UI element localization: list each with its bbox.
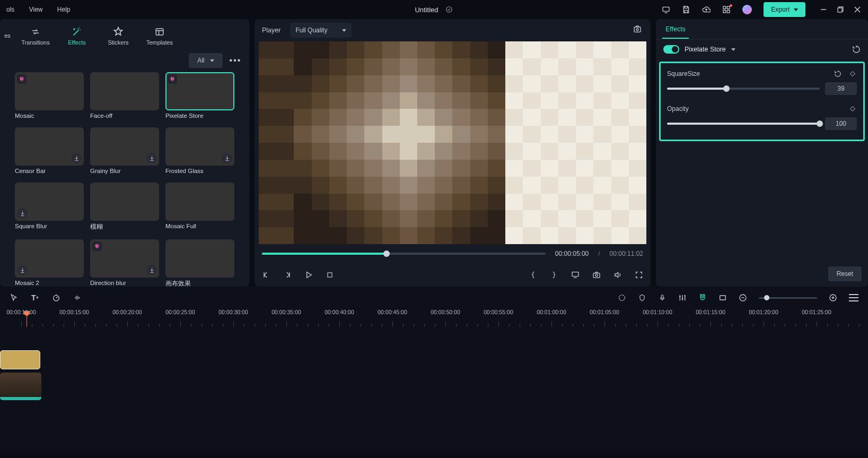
svg-point-7: [74, 29, 75, 30]
video-clip[interactable]: [0, 373, 41, 400]
tab-shapes[interactable]: es: [0, 22, 15, 49]
effect-properties-box: SquareSize 39 Opacity: [659, 62, 865, 141]
playhead[interactable]: [27, 316, 27, 327]
quality-select[interactable]: Full Quality: [290, 23, 352, 38]
crop-tool-icon[interactable]: [718, 293, 727, 302]
download-icon[interactable]: [146, 153, 157, 163]
save-icon[interactable]: [682, 5, 690, 14]
apps-icon[interactable]: [722, 5, 731, 14]
effect-thumb[interactable]: Censor Bar: [15, 127, 84, 174]
keyframe-icon[interactable]: [848, 70, 857, 78]
effect-thumb[interactable]: Face-off: [90, 72, 159, 119]
opacity-slider[interactable]: [667, 123, 820, 125]
total-time: 00:00:11:02: [610, 250, 643, 257]
more-options-button[interactable]: •••: [228, 56, 243, 65]
tab-stickers[interactable]: Stickers: [98, 22, 139, 49]
reset-prop-icon[interactable]: [834, 70, 842, 78]
reset-button[interactable]: Reset: [828, 266, 862, 281]
mixer-tool-icon[interactable]: [678, 293, 687, 302]
effect-thumb[interactable]: 模糊: [90, 183, 159, 231]
ruler-mark: 00:01:20:00: [749, 309, 778, 315]
snapshot-icon[interactable]: [633, 25, 643, 36]
volume-icon[interactable]: [613, 271, 622, 279]
svg-rect-9: [634, 27, 641, 32]
marker-tool-icon[interactable]: [638, 293, 646, 302]
tab-effects[interactable]: Effects: [56, 22, 98, 49]
seek-slider[interactable]: [262, 253, 546, 255]
zoom-slider[interactable]: [759, 297, 817, 299]
camera-icon[interactable]: [592, 271, 601, 279]
minimize-button[interactable]: [819, 5, 828, 14]
ruler-mark: 00:00:10:00: [6, 309, 36, 315]
download-icon[interactable]: [17, 265, 28, 275]
timeline-options-button[interactable]: [849, 294, 858, 301]
color-tool-icon[interactable]: [618, 293, 626, 302]
display-icon[interactable]: [662, 5, 670, 14]
premium-gem-icon: [92, 241, 102, 251]
opacity-value[interactable]: 100: [825, 117, 857, 130]
effect-thumb[interactable]: Square Blur: [15, 183, 84, 231]
time-separator: /: [598, 250, 600, 257]
timeline-tracks[interactable]: [0, 327, 868, 453]
ruler-mark: 00:00:30:00: [218, 309, 248, 315]
effect-thumb[interactable]: Mosaic 2: [15, 239, 84, 287]
effect-thumb[interactable]: 画布效果: [165, 239, 234, 287]
tab-transitions[interactable]: Transitions: [15, 22, 56, 49]
download-icon[interactable]: [146, 265, 157, 275]
effect-thumb[interactable]: Pixelate Store: [165, 72, 234, 119]
squaresize-value[interactable]: 39: [825, 82, 857, 95]
cursor-tool-icon[interactable]: [10, 293, 18, 302]
export-button[interactable]: Export: [764, 2, 805, 17]
next-frame-button[interactable]: [283, 271, 292, 279]
speed-tool-icon[interactable]: [52, 293, 60, 302]
effect-thumb[interactable]: Mosaic: [15, 72, 84, 119]
mic-tool-icon[interactable]: [658, 293, 667, 302]
mark-out-icon[interactable]: }: [550, 271, 558, 279]
effect-thumb[interactable]: Frosted Glass: [165, 127, 234, 174]
menu-help[interactable]: Help: [57, 6, 71, 13]
text-tool-icon[interactable]: T+: [31, 293, 39, 302]
monitor-icon[interactable]: [571, 271, 580, 279]
wand-icon: [71, 26, 83, 38]
effects-grid-scroll[interactable]: MosaicFace-offPixelate StoreCensor BarGr…: [0, 72, 249, 287]
account-avatar-icon[interactable]: [742, 5, 752, 14]
zoom-in-button[interactable]: [829, 293, 837, 302]
chevron-down-icon[interactable]: [731, 48, 735, 51]
download-icon[interactable]: [17, 208, 28, 219]
magnet-tool-icon[interactable]: [698, 293, 707, 302]
effect-thumb[interactable]: Grainy Blur: [90, 127, 159, 174]
zoom-out-button[interactable]: [739, 293, 747, 302]
premium-gem-icon: [168, 74, 177, 84]
effect-thumb[interactable]: Mosaic Full: [165, 183, 234, 231]
effect-clip[interactable]: [0, 350, 40, 369]
reset-effect-icon[interactable]: [852, 45, 861, 54]
prev-frame-button[interactable]: [262, 271, 270, 279]
fullscreen-icon[interactable]: [635, 271, 643, 279]
play-button[interactable]: [304, 271, 313, 279]
player-viewport[interactable]: [259, 41, 646, 244]
tab-effects-props[interactable]: Effects: [665, 25, 686, 33]
mark-in-icon[interactable]: {: [529, 271, 537, 279]
tab-templates[interactable]: Templates: [139, 22, 180, 49]
audio-tool-icon[interactable]: [73, 293, 82, 302]
squaresize-slider[interactable]: [667, 88, 820, 90]
effects-filter-select[interactable]: All: [189, 53, 223, 68]
svg-point-16: [619, 295, 625, 301]
effect-thumb[interactable]: Direction blur: [90, 239, 159, 287]
keyframe-icon[interactable]: [848, 105, 857, 113]
properties-panel: Effects Pixelate Store SquareSize: [656, 19, 868, 287]
download-icon[interactable]: [71, 153, 82, 163]
effect-enable-toggle[interactable]: [663, 45, 679, 54]
menu-tools[interactable]: ols: [6, 6, 14, 13]
cloud-upload-icon[interactable]: [702, 5, 711, 14]
maximize-button[interactable]: [836, 5, 845, 14]
svg-point-0: [446, 7, 452, 13]
download-icon[interactable]: [222, 153, 232, 163]
menu-view[interactable]: View: [29, 6, 43, 13]
timeline-ruler[interactable]: 00:00:10:0000:00:15:0000:00:20:0000:00:2…: [0, 309, 868, 327]
timeline-toolbar: T+: [0, 287, 868, 309]
ruler-mark: 00:01:05:00: [590, 309, 619, 315]
stop-button[interactable]: [326, 271, 334, 279]
svg-rect-2: [723, 6, 726, 9]
close-button[interactable]: [853, 5, 862, 14]
